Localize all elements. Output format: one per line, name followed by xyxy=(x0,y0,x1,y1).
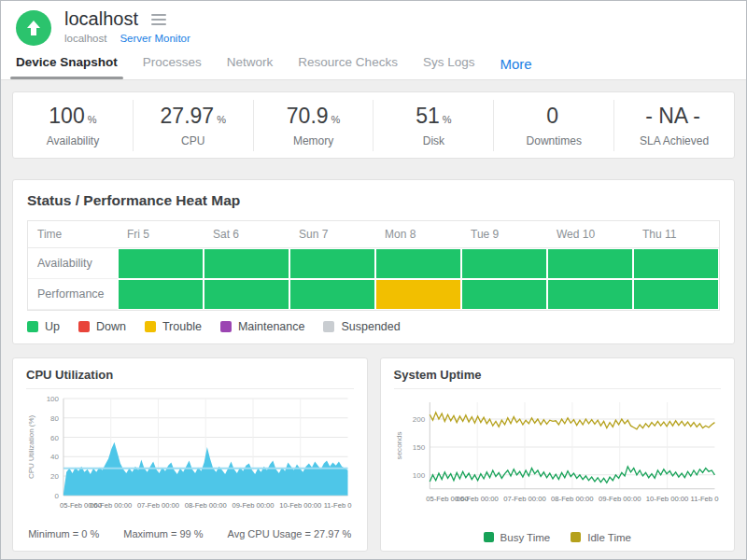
stat-unit: % xyxy=(217,114,226,125)
heatmap-cell-up[interactable] xyxy=(548,280,632,309)
legend-label: Maintenance xyxy=(238,320,305,333)
menu-icon[interactable] xyxy=(149,12,168,27)
legend-busy-time: Busy Time xyxy=(484,532,551,543)
x-tick-label: 11-Feb 0 xyxy=(690,495,718,503)
stat-unit: % xyxy=(443,114,452,125)
legend-suspended: Suspended xyxy=(323,320,400,333)
heatmap-card: Status / Performance Heat Map TimeFri 5S… xyxy=(12,179,735,344)
y-tick-label: 100 xyxy=(412,471,425,480)
tab-sys-logs[interactable]: Sys Logs xyxy=(423,55,475,79)
heatmap-col-day: Fri 5 xyxy=(118,221,204,248)
legend-label: Up xyxy=(45,320,60,333)
charts-row: CPU Utilization 02040608010005-Feb 00:00… xyxy=(12,357,735,552)
stat-value: 100 xyxy=(49,104,84,128)
heatmap-cell-up[interactable] xyxy=(290,280,374,309)
tab-network[interactable]: Network xyxy=(227,55,274,79)
heatmap-title: Status / Performance Heat Map xyxy=(27,192,720,209)
y-axis-label: seconds xyxy=(395,431,403,459)
legend-down: Down xyxy=(78,320,126,333)
heatmap-cell-up[interactable] xyxy=(204,280,289,309)
stat-label: Disk xyxy=(374,134,493,147)
cpu-utilization-chart: 02040608010005-Feb 00:0006-Feb 00:0007-F… xyxy=(26,391,354,525)
heatmap-row-label: Availability xyxy=(28,248,118,279)
trouble-swatch xyxy=(145,321,156,332)
cpu-minimum: Minimum = 0 % xyxy=(28,528,99,539)
down-swatch xyxy=(78,321,90,332)
uptime-chart-title: System Uptime xyxy=(394,368,722,389)
breadcrumb-category-link[interactable]: Server Monitor xyxy=(120,33,190,44)
stat-value: 27.97 xyxy=(161,104,215,128)
stat-value: 0 xyxy=(546,104,558,128)
heatmap-cell-up[interactable] xyxy=(634,280,718,309)
stat-cpu: 27.97% CPU xyxy=(134,100,254,151)
legend-label: Suspended xyxy=(341,320,400,333)
server-monitor-page: localhost localhost Server Monitor Devic… xyxy=(0,0,747,560)
y-axis-label: CPU Utilization (%) xyxy=(27,414,35,479)
stat-sla: - NA - SLA Achieved xyxy=(614,100,734,151)
heatmap-col-time: Time xyxy=(28,221,118,248)
x-tick-label: 10-Feb 00:00 xyxy=(645,495,687,503)
breadcrumb-device: localhost xyxy=(64,33,106,44)
header-text: localhost localhost Server Monitor xyxy=(64,8,731,46)
heatmap-cell-up[interactable] xyxy=(462,249,546,278)
cpu-chart-footer: Minimum = 0 % Maximum = 99 % Avg CPU Usa… xyxy=(26,528,354,539)
y-tick-label: 20 xyxy=(50,472,59,481)
idle-time-label: Idle Time xyxy=(587,532,631,543)
heatmap-row-label: Performance xyxy=(28,279,118,310)
heatmap-cell-up[interactable] xyxy=(462,280,546,309)
stat-memory: 70.9% Memory xyxy=(254,100,374,151)
stat-value: 70.9 xyxy=(287,104,329,128)
maintenance-swatch xyxy=(220,321,232,332)
x-tick-label: 09-Feb 00:00 xyxy=(232,501,274,510)
heatmap-cell-up[interactable] xyxy=(204,249,289,278)
tab-processes[interactable]: Processes xyxy=(143,55,202,79)
stat-disk: 51% Disk xyxy=(374,100,494,151)
heatmap-cell-up[interactable] xyxy=(376,249,460,278)
cpu-average: Avg CPU Usage = 27.97 % xyxy=(228,528,352,539)
x-tick-label: 06-Feb 00:00 xyxy=(90,501,132,510)
heatmap-cell-trouble[interactable] xyxy=(376,280,460,309)
x-tick-label: 09-Feb 00:00 xyxy=(598,495,640,503)
x-tick-label: 07-Feb 00:00 xyxy=(137,501,179,510)
legend-up: Up xyxy=(27,320,60,333)
page-title: localhost xyxy=(64,8,138,30)
heatmap-col-day: Sun 7 xyxy=(289,221,375,248)
legend-idle-time: Idle Time xyxy=(571,532,631,543)
legend-maintenance: Maintenance xyxy=(220,320,305,333)
y-tick-label: 150 xyxy=(412,443,425,452)
stat-downtimes: 0 Downtimes xyxy=(494,100,614,151)
heatmap-cell-up[interactable] xyxy=(290,249,374,278)
y-tick-label: 0 xyxy=(55,492,60,500)
heatmap-cell-up[interactable] xyxy=(119,280,203,309)
legend-label: Trouble xyxy=(162,320,202,333)
stat-label: Availability xyxy=(13,134,133,147)
uptime-chart-legend: Busy Time Idle Time xyxy=(394,532,722,543)
heatmap-col-day: Thu 11 xyxy=(633,221,719,248)
cpu-chart-title: CPU Utilization xyxy=(26,368,354,389)
y-tick-label: 60 xyxy=(50,434,59,442)
tab-resource-checks[interactable]: Resource Checks xyxy=(298,55,398,79)
stat-unit: % xyxy=(331,114,341,125)
y-tick-label: 80 xyxy=(50,414,59,423)
y-tick-label: 40 xyxy=(50,453,59,461)
cpu-chart-card: CPU Utilization 02040608010005-Feb 00:00… xyxy=(12,357,368,552)
stat-value: 51 xyxy=(416,104,440,128)
idle-time-swatch xyxy=(571,532,581,542)
heatmap-cell-up[interactable] xyxy=(548,249,632,278)
x-tick-label: 08-Feb 00:00 xyxy=(185,501,227,510)
legend-trouble: Trouble xyxy=(145,320,202,333)
stat-label: CPU xyxy=(134,134,253,147)
tab-device-snapshot[interactable]: Device Snapshot xyxy=(16,55,118,79)
heatmap-legend: UpDownTroubleMaintenanceSuspended xyxy=(27,320,720,333)
x-tick-label: 08-Feb 00:00 xyxy=(551,495,593,503)
y-tick-label: 200 xyxy=(412,415,425,424)
cpu-maximum: Maximum = 99 % xyxy=(123,528,203,539)
heatmap-cell-up[interactable] xyxy=(634,249,718,278)
tab-more[interactable]: More xyxy=(500,56,531,79)
busy-time-label: Busy Time xyxy=(500,532,551,543)
stat-label: SLA Achieved xyxy=(614,134,734,147)
busy-time-swatch xyxy=(484,532,494,542)
stat-label: Downtimes xyxy=(494,134,613,147)
heatmap-cell-up[interactable] xyxy=(119,249,203,278)
stat-label: Memory xyxy=(254,134,374,147)
